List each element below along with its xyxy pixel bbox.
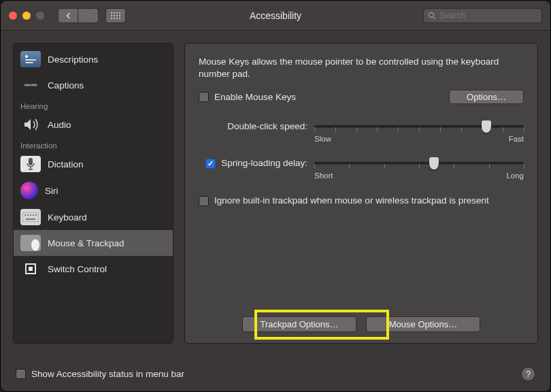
svg-line-1: [433, 17, 435, 19]
siri-icon: [20, 182, 38, 199]
enable-mouse-keys-label: Enable Mouse Keys: [214, 91, 296, 103]
search-input[interactable]: [439, 11, 537, 20]
sidebar-item-audio[interactable]: Audio: [14, 112, 173, 137]
svg-rect-11: [26, 218, 35, 220]
double-click-speed-slider[interactable]: [314, 125, 524, 128]
audio-icon: [20, 116, 41, 133]
sidebar-section-hearing: Hearing: [14, 98, 173, 112]
captions-icon: [20, 77, 41, 93]
double-click-speed-row: Double-click speed: Slow Fast: [199, 120, 524, 145]
spring-loading-row: Spring-loading delay: Short Long: [199, 157, 524, 182]
dictation-icon: [20, 156, 41, 172]
trackpad-options-button[interactable]: Trackpad Options…: [242, 316, 356, 332]
enable-mouse-keys-row: Enable Mouse Keys Options…: [199, 90, 524, 104]
slow-label: Slow: [314, 134, 331, 145]
sidebar-item-captions[interactable]: Captions: [14, 72, 173, 98]
sidebar-item-label: Switch Control: [48, 264, 107, 274]
double-click-speed-label: Double-click speed:: [199, 120, 314, 133]
sidebar-item-label: Mouse & Trackpad: [48, 238, 124, 248]
grid-icon: [111, 12, 120, 19]
svg-point-12: [31, 240, 39, 251]
svg-rect-7: [27, 214, 29, 216]
show-all-button[interactable]: [105, 8, 126, 23]
main-panel: Mouse Keys allows the mouse pointer to b…: [184, 43, 538, 344]
window-controls: [9, 12, 44, 20]
sidebar-item-label: Siri: [45, 186, 59, 196]
descriptions-icon: [20, 51, 41, 67]
back-button[interactable]: [58, 8, 78, 23]
svg-point-0: [429, 12, 434, 17]
mouse-options-button[interactable]: Mouse Options…: [366, 316, 480, 332]
svg-rect-8: [30, 214, 31, 216]
content-area: Descriptions Captions Hearing Audio Inte…: [1, 31, 550, 356]
spring-loading-label: Spring-loading delay:: [221, 157, 307, 169]
keyboard-icon: [20, 209, 41, 225]
sidebar-item-descriptions[interactable]: Descriptions: [14, 46, 173, 72]
show-status-label: Show Accessibility status in menu bar: [31, 369, 184, 379]
sidebar-section-interaction: Interaction: [14, 137, 173, 151]
ignore-trackpad-checkbox[interactable]: [199, 196, 209, 206]
svg-rect-2: [29, 158, 33, 165]
sidebar-item-mouse-trackpad[interactable]: Mouse & Trackpad: [14, 230, 173, 256]
sidebar-item-label: Dictation: [48, 159, 84, 169]
zoom-window-button[interactable]: [36, 12, 44, 20]
help-button[interactable]: ?: [521, 367, 535, 381]
ignore-trackpad-label: Ignore built-in trackpad when mouse or w…: [214, 195, 489, 207]
mouse-keys-options-button[interactable]: Options…: [449, 90, 524, 104]
search-field[interactable]: [423, 8, 542, 23]
nav-buttons: [58, 8, 99, 23]
forward-button[interactable]: [78, 8, 99, 23]
sidebar-item-keyboard[interactable]: Keyboard: [14, 204, 173, 230]
accessibility-window: Accessibility Descriptions: [0, 0, 551, 392]
enable-mouse-keys-checkbox[interactable]: [199, 92, 209, 102]
sidebar-item-siri[interactable]: Siri: [14, 177, 173, 204]
search-icon: [428, 12, 436, 20]
slider-thumb[interactable]: [482, 120, 491, 133]
fast-label: Fast: [509, 134, 524, 145]
show-status-checkbox[interactable]: [16, 369, 26, 379]
sidebar-item-dictation[interactable]: Dictation: [14, 151, 173, 177]
svg-rect-6: [24, 214, 26, 216]
close-window-button[interactable]: [9, 12, 17, 20]
ignore-trackpad-row: Ignore built-in trackpad when mouse or w…: [199, 195, 524, 207]
slider-thumb[interactable]: [429, 157, 439, 169]
titlebar: Accessibility: [1, 1, 550, 31]
sidebar-item-label: Audio: [48, 120, 71, 130]
svg-rect-10: [35, 214, 37, 216]
footer: Show Accessibility status in menu bar ?: [1, 356, 550, 391]
sidebar: Descriptions Captions Hearing Audio Inte…: [13, 43, 173, 344]
sidebar-item-label: Descriptions: [48, 54, 98, 65]
intro-text: Mouse Keys allows the mouse pointer to b…: [199, 56, 524, 80]
sidebar-item-label: Keyboard: [48, 212, 87, 223]
minimize-window-button[interactable]: [22, 12, 31, 20]
switch-control-icon: [20, 261, 41, 277]
bottom-buttons: Trackpad Options… Mouse Options…: [185, 316, 537, 332]
mouse-trackpad-icon: [20, 235, 41, 251]
spring-loading-checkbox[interactable]: [205, 159, 216, 169]
short-label: Short: [314, 171, 333, 182]
long-label: Long: [506, 171, 524, 182]
svg-rect-9: [33, 214, 34, 216]
svg-rect-5: [22, 212, 39, 222]
sidebar-item-label: Captions: [48, 80, 84, 91]
sidebar-item-switch-control[interactable]: Switch Control: [14, 256, 173, 282]
spring-loading-slider[interactable]: [314, 162, 524, 165]
